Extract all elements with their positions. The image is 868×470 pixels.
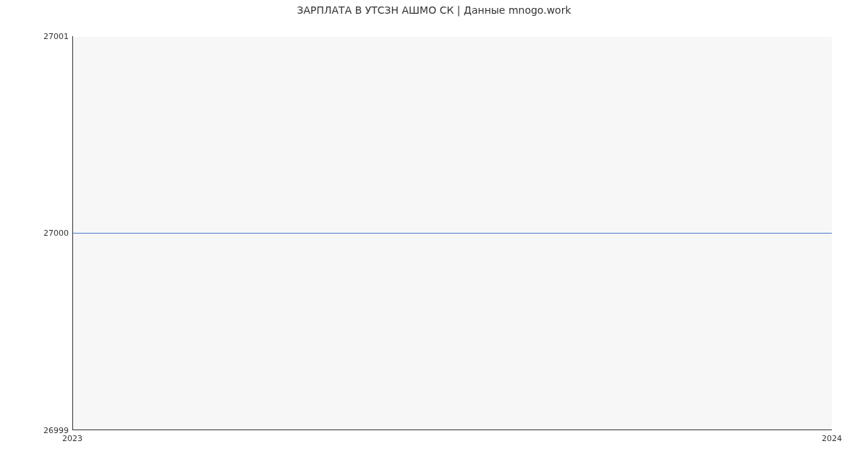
x-tick-label: 2023 [62, 434, 82, 443]
plot-area [72, 36, 832, 430]
x-tick-label: 2024 [822, 434, 842, 443]
gridline [73, 36, 832, 37]
chart-container: ЗАРПЛАТА В УТСЗН АШМО СК | Данные mnogo.… [0, 0, 868, 470]
chart-title: ЗАРПЛАТА В УТСЗН АШМО СК | Данные mnogo.… [0, 4, 868, 16]
y-tick-label: 27000 [4, 228, 69, 238]
y-tick-label: 26999 [4, 426, 69, 435]
y-tick-label: 27001 [4, 32, 69, 41]
data-line [73, 233, 832, 234]
